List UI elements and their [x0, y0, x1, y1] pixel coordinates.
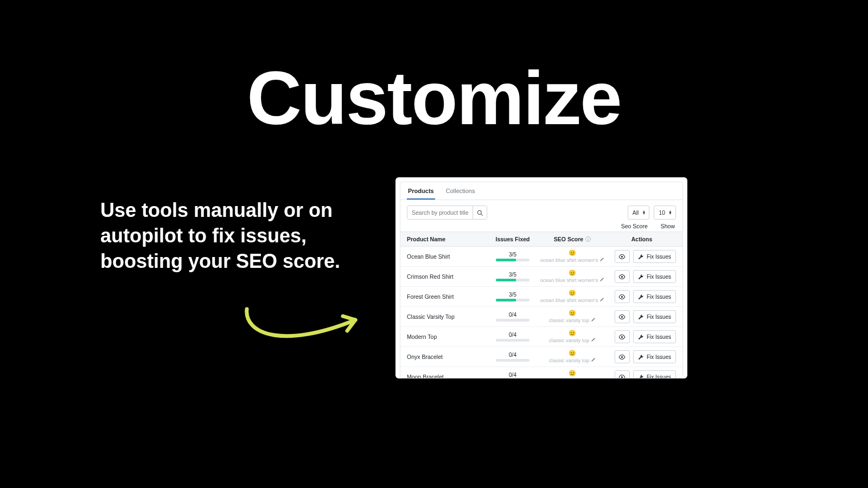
pencil-icon[interactable]	[591, 317, 596, 323]
progress-bar	[496, 279, 529, 281]
product-name: Classic Varsity Top	[407, 313, 488, 320]
pencil-icon[interactable]	[591, 337, 596, 343]
issues-cell: 0/4	[488, 312, 537, 322]
table-row: Classic Varsity Top0/4😐classic varsity t…	[400, 307, 682, 327]
pencil-icon[interactable]	[591, 357, 596, 363]
search-button[interactable]	[473, 206, 487, 219]
product-name: Ocean Blue Shirt	[407, 253, 488, 260]
pencil-icon[interactable]	[599, 297, 604, 303]
issues-cell: 0/4	[488, 352, 537, 362]
view-button[interactable]	[615, 270, 630, 283]
issues-text: 0/4	[509, 312, 516, 318]
filter-value: All	[633, 209, 639, 216]
fix-issues-button[interactable]: Fix Issues	[633, 270, 676, 283]
issues-cell: 3/5	[488, 252, 537, 261]
info-icon: i	[585, 236, 591, 242]
product-name: Onyx Bracelet	[407, 354, 488, 360]
page-subtext: Use tools manually or on autopilot to fi…	[100, 198, 350, 274]
search-input[interactable]	[407, 206, 473, 219]
svg-point-6	[621, 336, 623, 337]
app-panel: Products Collections All ▲▼ 10 ▲▼ Seo Sc…	[395, 177, 687, 378]
table-row: Onyx Bracelet0/4😐classic varsity topFix …	[400, 347, 682, 367]
issues-text: 0/4	[509, 352, 516, 358]
svg-line-1	[481, 214, 483, 215]
progress-bar	[496, 319, 529, 322]
view-button[interactable]	[615, 250, 630, 263]
seo-text: classic varsity top	[549, 357, 589, 363]
neutral-face-icon: 😐	[569, 270, 576, 276]
fix-label: Fix Issues	[647, 254, 671, 260]
fix-issues-button[interactable]: Fix Issues	[633, 310, 676, 323]
neutral-face-icon: 😐	[569, 250, 576, 256]
fix-issues-button[interactable]: Fix Issues	[633, 290, 676, 303]
neutral-face-icon: 😐	[569, 290, 576, 296]
issues-cell: 3/5	[488, 272, 537, 281]
seo-cell: 😐classic varsity top	[537, 330, 608, 343]
table-row: Modern Top0/4😐classic varsity topFix Iss…	[400, 327, 682, 347]
fix-label: Fix Issues	[647, 314, 671, 320]
product-name: Crimson Red Shirt	[407, 273, 488, 280]
table-row: Crimson Red Shirt3/5😐ocean blue shirt wo…	[400, 267, 682, 287]
pencil-icon[interactable]	[599, 256, 604, 263]
label-seo-score: Seo Score	[621, 223, 648, 229]
issues-cell: 3/5	[488, 292, 537, 301]
issues-cell: 0/4	[488, 372, 537, 378]
tab-bar: Products Collections	[400, 182, 682, 200]
svg-point-8	[621, 376, 623, 377]
fix-label: Fix Issues	[647, 354, 671, 360]
svg-point-5	[621, 316, 623, 317]
search-field	[407, 206, 487, 220]
progress-bar	[496, 299, 529, 301]
search-icon	[477, 210, 483, 216]
product-name: Forest Green Shirt	[407, 293, 488, 300]
pencil-icon[interactable]	[599, 277, 604, 283]
seo-text: ocean blue shirt women's	[540, 277, 598, 283]
svg-point-4	[621, 296, 623, 297]
col-header-seo: SEO Score i	[537, 236, 608, 242]
view-button[interactable]	[615, 290, 630, 303]
fix-issues-button[interactable]: Fix Issues	[633, 370, 676, 378]
pagesize-select[interactable]: 10 ▲▼	[654, 206, 676, 220]
pencil-icon[interactable]	[591, 377, 596, 378]
view-button[interactable]	[615, 370, 630, 378]
fix-label: Fix Issues	[647, 334, 671, 340]
chevron-updown-icon: ▲▼	[668, 210, 672, 215]
table-header: Product Name Issues Fixed SEO Score i Ac…	[400, 232, 682, 247]
seo-text: classic varsity top	[549, 377, 589, 378]
seo-cell: 😐ocean blue shirt women's	[537, 290, 608, 303]
neutral-face-icon: 😐	[569, 370, 576, 376]
table-body: Ocean Blue Shirt3/5😐ocean blue shirt wom…	[400, 247, 682, 378]
issues-cell: 0/4	[488, 332, 537, 342]
seo-cell: 😐ocean blue shirt women's	[537, 270, 608, 283]
issues-text: 3/5	[509, 272, 516, 278]
table-row: Forest Green Shirt3/5😐ocean blue shirt w…	[400, 287, 682, 307]
fix-issues-button[interactable]: Fix Issues	[633, 250, 676, 263]
issues-text: 0/4	[509, 332, 516, 338]
neutral-face-icon: 😐	[569, 310, 576, 316]
col-header-actions: Actions	[608, 236, 676, 242]
col-header-name: Product Name	[407, 236, 488, 242]
tab-collections[interactable]: Collections	[445, 182, 476, 200]
arrow-illustration	[239, 301, 369, 355]
view-button[interactable]	[615, 310, 630, 323]
progress-bar	[496, 259, 529, 261]
label-show: Show	[661, 223, 675, 229]
seo-cell: 😐ocean blue shirt women's	[537, 250, 608, 263]
seo-text: classic varsity top	[549, 337, 589, 343]
view-button[interactable]	[615, 330, 630, 343]
svg-point-2	[621, 255, 623, 257]
issues-text: 0/4	[509, 372, 516, 378]
chevron-updown-icon: ▲▼	[642, 210, 646, 215]
tab-products[interactable]: Products	[407, 182, 435, 200]
fix-label: Fix Issues	[647, 274, 671, 280]
fix-issues-button[interactable]: Fix Issues	[633, 350, 676, 363]
fix-label: Fix Issues	[647, 294, 671, 300]
seo-cell: 😐classic varsity top	[537, 370, 608, 378]
filter-select[interactable]: All ▲▼	[628, 206, 650, 220]
fix-issues-button[interactable]: Fix Issues	[633, 330, 676, 343]
seo-text: ocean blue shirt women's	[540, 257, 598, 263]
pagesize-value: 10	[659, 209, 665, 216]
view-button[interactable]	[615, 350, 630, 363]
fix-label: Fix Issues	[647, 374, 671, 378]
seo-cell: 😐classic varsity top	[537, 350, 608, 363]
